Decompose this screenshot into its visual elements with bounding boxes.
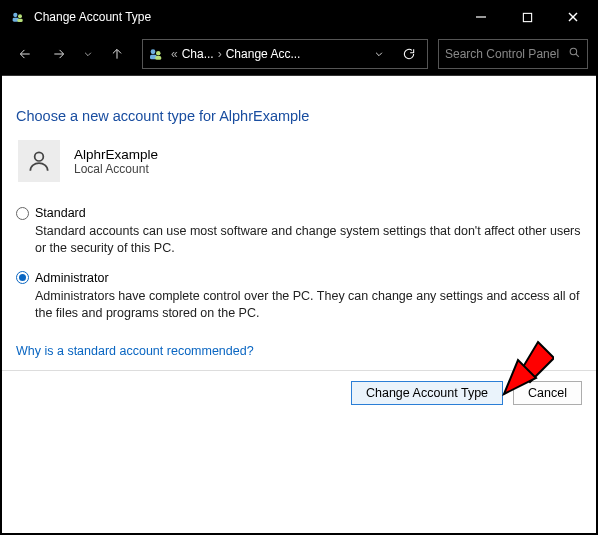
breadcrumb-seg-1[interactable]: Cha... [182,47,214,61]
app-icon [10,9,26,25]
back-button[interactable] [10,39,40,69]
recent-locations-button[interactable] [78,39,98,69]
help-link[interactable]: Why is a standard account recommended? [16,344,254,358]
change-account-type-button[interactable]: Change Account Type [351,381,503,405]
close-button[interactable] [550,2,596,32]
user-info: AlphrExample Local Account [16,140,582,182]
address-bar[interactable]: « Cha... › Change Acc... [142,39,428,69]
svg-point-15 [570,48,577,55]
radio-administrator[interactable] [16,271,29,284]
svg-rect-14 [155,55,161,59]
user-name: AlphrExample [74,147,158,162]
chevron-right-icon: › [216,47,224,61]
page-heading: Choose a new account type for AlphrExamp… [16,108,582,124]
avatar [18,140,60,182]
option-standard[interactable]: Standard Standard accounts can use most … [16,206,582,257]
breadcrumb-prefix: « [169,47,180,61]
user-subtitle: Local Account [74,162,158,176]
option-standard-label: Standard [35,206,86,220]
option-administrator[interactable]: Administrator Administrators have comple… [16,271,582,322]
radio-standard[interactable] [16,207,29,220]
breadcrumb-seg-2[interactable]: Change Acc... [226,47,301,61]
search-placeholder: Search Control Panel [445,47,559,61]
address-history-button[interactable] [365,40,393,68]
option-administrator-desc: Administrators have complete control ove… [35,288,582,322]
titlebar: Change Account Type [2,2,596,32]
svg-point-11 [151,49,156,54]
svg-line-16 [576,53,579,56]
refresh-button[interactable] [393,39,425,69]
window-title: Change Account Type [34,10,458,24]
navbar: « Cha... › Change Acc... Search Control … [2,32,596,76]
cancel-button[interactable]: Cancel [513,381,582,405]
svg-point-1 [18,14,22,18]
content: Choose a new account type for AlphrExamp… [2,76,596,415]
button-row: Change Account Type Cancel [16,381,582,405]
svg-point-12 [156,51,161,56]
svg-rect-5 [523,13,531,21]
option-administrator-label: Administrator [35,271,109,285]
svg-point-17 [35,152,44,161]
up-button[interactable] [102,39,132,69]
address-icon [147,45,165,63]
option-standard-desc: Standard accounts can use most software … [35,223,582,257]
search-input[interactable]: Search Control Panel [438,39,588,69]
divider [2,370,596,371]
minimize-button[interactable] [458,2,504,32]
forward-button[interactable] [44,39,74,69]
svg-rect-3 [17,19,22,22]
maximize-button[interactable] [504,2,550,32]
search-icon [568,46,581,62]
svg-point-0 [13,13,17,17]
window-controls [458,2,596,32]
